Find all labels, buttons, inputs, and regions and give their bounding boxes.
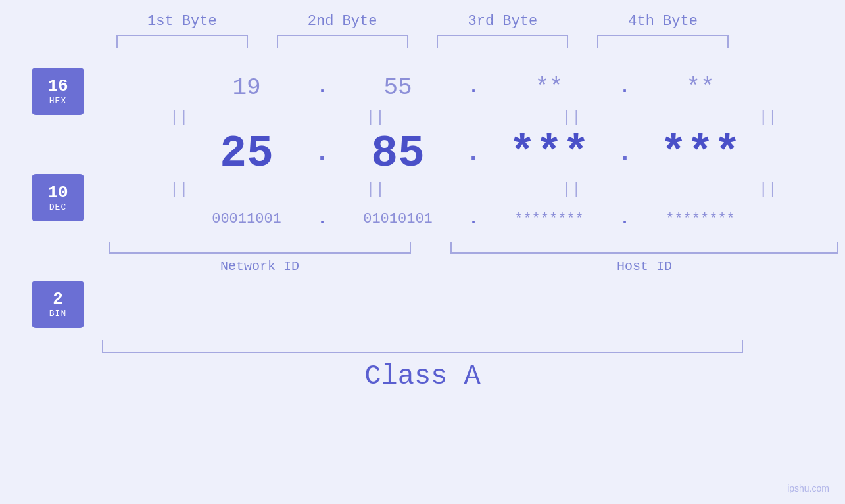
byte1-header: 1st Byte	[116, 13, 248, 30]
bin-num: 2	[53, 290, 63, 309]
bin-byte4: ********	[635, 211, 766, 227]
bin-byte1: 00011001	[181, 211, 312, 227]
hex-byte1: 19	[181, 74, 312, 101]
hex-byte3: **	[483, 74, 615, 101]
class-a-label: Class A	[364, 361, 480, 392]
hex-byte4: **	[635, 74, 766, 101]
eq2-b1: ||	[113, 181, 245, 198]
eq1-b3: ||	[506, 108, 637, 126]
eq1-b4: ||	[702, 108, 834, 126]
equals-row-2: || || || ||	[102, 179, 845, 199]
hex-dot3: .	[615, 78, 635, 97]
hex-label: HEX	[49, 96, 66, 106]
byte2-header: 2nd Byte	[277, 13, 408, 30]
dec-label: DEC	[49, 202, 66, 212]
bin-row: 00011001 . 01010101 . ******** . *******…	[102, 199, 845, 239]
hex-byte2: 55	[332, 74, 464, 101]
bin-dot3: .	[615, 209, 635, 229]
data-section: 19 . 55 . ** . ** || || || || 25	[102, 55, 845, 274]
dec-dot3: .	[615, 139, 635, 168]
host-bracket-line	[450, 242, 838, 254]
eq2-b2: ||	[310, 181, 441, 198]
byte-headers: 1st Byte 2nd Byte 3rd Byte 4th Byte	[0, 13, 845, 30]
byte4-header: 4th Byte	[597, 13, 729, 30]
bin-badge: 2 BIN	[32, 281, 84, 328]
dec-dot1: .	[312, 139, 332, 168]
bracket-top-3	[437, 35, 568, 48]
eq2-b3: ||	[506, 181, 637, 198]
hex-num: 16	[47, 77, 68, 96]
bin-dot1: .	[312, 209, 332, 229]
dec-row: 25 . 85 . *** . ***	[102, 127, 845, 179]
equals-row-1: || || || ||	[102, 107, 845, 127]
main-area: 16 HEX 10 DEC 2 BIN 19 . 55 . ** . **	[0, 55, 845, 328]
dec-byte2: 85	[332, 128, 464, 179]
main-container: 1st Byte 2nd Byte 3rd Byte 4th Byte 16 H…	[0, 0, 845, 504]
bin-dot2: .	[464, 209, 483, 229]
bottom-bracket-area: Network ID Host ID	[102, 242, 845, 274]
bracket-top-4	[597, 35, 729, 48]
network-bracket-line	[109, 242, 411, 254]
dec-byte1: 25	[181, 128, 312, 179]
hex-badge: 16 HEX	[32, 68, 84, 115]
dec-byte4: ***	[635, 128, 766, 179]
eq1-b2: ||	[310, 108, 441, 126]
bracket-top-2	[277, 35, 408, 48]
byte3-header: 3rd Byte	[437, 13, 568, 30]
bin-byte3: ********	[483, 211, 615, 227]
bracket-top-1	[116, 35, 248, 48]
host-id-label: Host ID	[617, 259, 672, 274]
bin-byte2: 01010101	[332, 211, 464, 227]
network-bracket: Network ID	[109, 242, 411, 274]
full-bracket-line	[102, 340, 743, 353]
host-bracket: Host ID	[450, 242, 838, 274]
hex-dot1: .	[312, 78, 332, 97]
dec-byte3: ***	[483, 128, 615, 179]
dec-num: 10	[47, 183, 68, 202]
dec-dot2: .	[464, 139, 483, 168]
eq1-b1: ||	[113, 108, 245, 126]
bottom-full: Class A	[0, 340, 845, 392]
left-badges: 16 HEX 10 DEC 2 BIN	[0, 68, 102, 328]
hex-dot2: .	[464, 78, 483, 97]
top-brackets	[0, 35, 845, 48]
hex-row: 19 . 55 . ** . **	[102, 68, 845, 107]
dec-badge: 10 DEC	[32, 174, 84, 221]
watermark: ipshu.com	[787, 483, 829, 493]
network-id-label: Network ID	[220, 259, 299, 274]
bin-label: BIN	[49, 309, 66, 319]
eq2-b4: ||	[702, 181, 834, 198]
